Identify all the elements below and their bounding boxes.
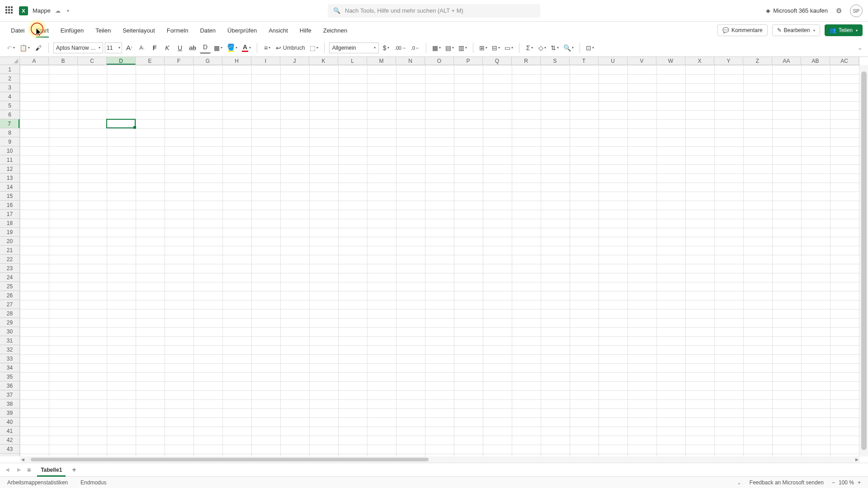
format-painter-button[interactable]: 🖌 (33, 42, 44, 54)
row-header[interactable]: 27 (0, 300, 19, 309)
ribbon-tab-start[interactable]: Start (31, 24, 54, 37)
row-header[interactable]: 18 (0, 219, 19, 228)
ribbon-tab-daten[interactable]: Daten (194, 24, 221, 37)
column-header[interactable]: B (49, 57, 78, 65)
borders-button[interactable]: ▦▾ (212, 42, 224, 54)
ribbon-tab-formeln[interactable]: Formeln (161, 24, 194, 37)
cells-area[interactable] (20, 65, 860, 456)
row-header[interactable]: 40 (0, 418, 19, 427)
column-header[interactable]: AC (830, 57, 859, 65)
all-sheets-button[interactable]: ≡ (27, 466, 31, 474)
row-header[interactable]: 25 (0, 282, 19, 291)
row-header[interactable]: 15 (0, 192, 19, 201)
number-format-select[interactable]: Allgemein ▾ (329, 42, 379, 53)
column-header[interactable]: S (541, 57, 570, 65)
row-header[interactable]: 3 (0, 83, 19, 92)
row-header[interactable]: 12 (0, 164, 19, 174)
row-header[interactable]: 1 (0, 65, 19, 74)
row-header[interactable]: 17 (0, 210, 19, 219)
cloud-saved-icon[interactable]: ☁ (55, 8, 61, 14)
delete-cells-button[interactable]: ⊟▾ (491, 42, 501, 54)
sheet-tab-active[interactable]: Tabelle1 (35, 465, 67, 475)
paste-button[interactable]: 📋▾ (18, 42, 31, 54)
row-header[interactable]: 26 (0, 291, 19, 300)
sheet-nav-next[interactable]: ▶ (15, 467, 23, 473)
column-header[interactable]: X (685, 57, 714, 65)
vertical-scrollbar[interactable] (860, 65, 868, 456)
increase-decimal-button[interactable]: .00→ (393, 42, 408, 54)
align-button[interactable]: ≡▾ (262, 42, 273, 54)
merge-button[interactable]: ⬚▾ (308, 42, 320, 54)
row-header[interactable]: 35 (0, 372, 19, 381)
column-header[interactable]: I (251, 57, 280, 65)
row-header[interactable]: 21 (0, 246, 19, 255)
row-header[interactable]: 13 (0, 174, 19, 183)
italic-button[interactable]: K (162, 42, 173, 54)
decrease-decimal-button[interactable]: .0← (410, 42, 421, 54)
ribbon-tab-teilen[interactable]: Teilen (90, 24, 116, 37)
column-header[interactable]: Z (743, 57, 772, 65)
buy-microsoft-365-button[interactable]: ◈ Microsoft 365 kaufen (766, 7, 828, 14)
row-header[interactable]: 20 (0, 237, 19, 246)
add-sheet-button[interactable]: + (72, 466, 76, 474)
format-cells-button[interactable]: ▭▾ (503, 42, 514, 54)
conditional-format-button[interactable]: ▦▾ (431, 42, 442, 54)
row-header[interactable]: 24 (0, 273, 19, 282)
ribbon-tab-ansicht[interactable]: Ansicht (263, 24, 293, 37)
horizontal-scrollbar[interactable]: ◀ ▶ (20, 456, 860, 463)
row-header[interactable]: 33 (0, 354, 19, 363)
scroll-right-icon[interactable]: ▶ (855, 457, 859, 462)
decrease-font-button[interactable]: A↓ (137, 42, 147, 54)
zoom-in-button[interactable]: + (858, 479, 861, 486)
row-header[interactable]: 16 (0, 201, 19, 210)
column-header[interactable]: M (367, 57, 396, 65)
title-dropdown-icon[interactable]: ▾ (67, 8, 69, 13)
document-title[interactable]: Mappe (33, 7, 51, 14)
row-header[interactable]: 9 (0, 137, 19, 146)
row-header[interactable]: 36 (0, 381, 19, 390)
zoom-out-button[interactable]: − (832, 479, 835, 486)
column-header[interactable]: Q (483, 57, 512, 65)
settings-icon[interactable]: ⚙ (836, 7, 842, 15)
row-header[interactable]: 14 (0, 183, 19, 192)
row-header[interactable]: 23 (0, 264, 19, 273)
insert-cells-button[interactable]: ⊞▾ (478, 42, 489, 54)
column-header[interactable]: G (193, 57, 222, 65)
column-header[interactable]: W (656, 57, 685, 65)
row-header[interactable]: 43 (0, 445, 19, 454)
column-header[interactable]: L (338, 57, 367, 65)
column-header[interactable]: H (222, 57, 251, 65)
fill-handle[interactable] (133, 126, 136, 129)
column-header[interactable]: AB (801, 57, 830, 65)
currency-button[interactable]: $▾ (381, 42, 392, 54)
clear-button[interactable]: ◇▾ (537, 42, 547, 54)
bold-button[interactable]: F (149, 42, 160, 54)
column-header[interactable]: U (599, 57, 627, 65)
undo-button[interactable]: ↶▾ (5, 42, 16, 54)
select-all-corner[interactable] (0, 57, 20, 65)
row-header[interactable]: 22 (0, 255, 19, 264)
app-launcher-icon[interactable] (5, 6, 14, 15)
row-header[interactable]: 41 (0, 427, 19, 436)
editing-mode-button[interactable]: ✎ Bearbeiten ▾ (772, 24, 820, 36)
scroll-left-icon[interactable]: ◀ (21, 457, 24, 462)
selected-cell[interactable] (106, 119, 136, 128)
hscroll-thumb[interactable] (31, 458, 429, 461)
row-header[interactable]: 30 (0, 327, 19, 336)
row-header[interactable]: 29 (0, 318, 19, 327)
expand-ribbon-button[interactable]: ⌄ (858, 44, 863, 51)
sort-filter-button[interactable]: ⇅▾ (549, 42, 560, 54)
ribbon-tab-überprüfen[interactable]: Überprüfen (222, 24, 262, 37)
font-color-button[interactable]: A ▾ (241, 42, 252, 54)
row-header[interactable]: 11 (0, 155, 19, 164)
font-family-select[interactable]: Aptos Narrow … ▾ (53, 42, 103, 53)
ribbon-tab-einfügen[interactable]: Einfügen (55, 24, 89, 37)
autosum-button[interactable]: Σ▾ (524, 42, 535, 54)
column-header[interactable]: T (570, 57, 599, 65)
column-header[interactable]: F (165, 57, 193, 65)
feedback-link[interactable]: Feedback an Microsoft senden (750, 479, 824, 486)
row-header[interactable]: 8 (0, 128, 19, 137)
row-header[interactable]: 4 (0, 92, 19, 101)
sheet-nav-prev[interactable]: ◀ (4, 467, 11, 473)
strikethrough-button[interactable]: ab (187, 42, 198, 54)
